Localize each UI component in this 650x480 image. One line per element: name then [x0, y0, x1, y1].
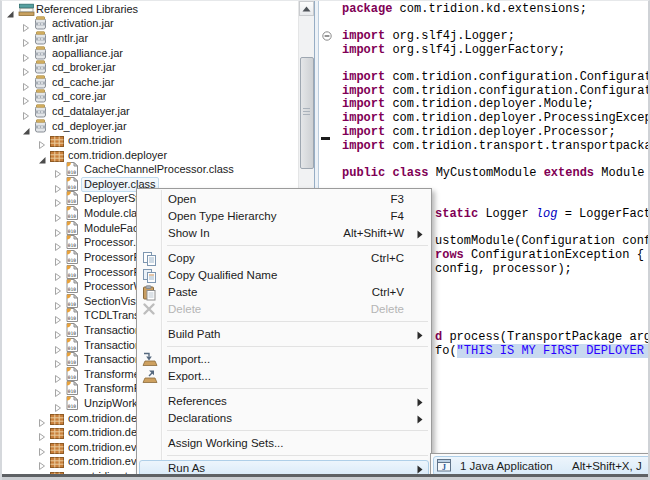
tree-collapsed-arrow-icon[interactable]: [54, 341, 63, 351]
menu-item-label: 1 Java Application: [460, 460, 553, 472]
tree-expanded-arrow-icon[interactable]: [38, 151, 47, 161]
fold-minus-icon[interactable]: [322, 27, 332, 45]
tree-collapsed-arrow-icon[interactable]: [54, 180, 63, 190]
tree-collapsed-arrow-icon[interactable]: [22, 49, 31, 59]
tree-item-label: activation.jar: [52, 17, 114, 30]
tree-collapsed-arrow-icon[interactable]: [22, 92, 31, 102]
tree-collapsed-arrow-icon[interactable]: [54, 399, 63, 409]
code-line: import org.slf4j.Logger;: [342, 29, 515, 43]
jar-icon: [34, 89, 51, 103]
tree-collapsed-arrow-icon[interactable]: [54, 194, 63, 204]
menu-item-show-in[interactable]: Show InAlt+Shift+W: [138, 225, 430, 242]
tree-collapsed-arrow-icon[interactable]: [38, 443, 47, 453]
tree-collapsed-arrow-icon[interactable]: [54, 370, 63, 380]
jar-icon: [34, 60, 51, 74]
tree-collapsed-arrow-icon[interactable]: [22, 34, 31, 44]
package-icon: [50, 411, 67, 425]
tree-collapsed-arrow-icon[interactable]: [54, 268, 63, 278]
menu-item-label: Delete: [168, 303, 201, 315]
tree-collapsed-arrow-icon[interactable]: [38, 457, 47, 467]
menu-item-assign-working-sets[interactable]: Assign Working Sets...: [138, 435, 430, 452]
tree-item[interactable]: cd_core.jar: [4, 89, 298, 104]
jar-icon: [34, 75, 51, 89]
code-text: ustomModule(Configuration config,: [435, 234, 650, 248]
menu-item-import[interactable]: Import...: [138, 351, 430, 368]
tree-collapsed-arrow-icon[interactable]: [54, 224, 63, 234]
tree-collapsed-arrow-icon[interactable]: [22, 107, 31, 117]
tree-collapsed-arrow-icon[interactable]: [54, 209, 63, 219]
tree-item[interactable]: 010CacheChannelProcessor.class: [4, 162, 298, 177]
menu-item-paste[interactable]: PasteCtrl+V: [138, 284, 430, 301]
tree-collapsed-arrow-icon[interactable]: [54, 165, 63, 175]
code-line: import com.tridion.configuration.Configu…: [342, 70, 650, 84]
library-icon: [18, 2, 35, 16]
tree-item[interactable]: antlr.jar: [4, 31, 298, 46]
tree-collapsed-arrow-icon[interactable]: [54, 253, 63, 263]
tree-collapsed-arrow-icon[interactable]: [22, 19, 31, 29]
tree-collapsed-arrow-icon[interactable]: [54, 355, 63, 365]
java-application-icon: J: [437, 459, 454, 474]
tree-item[interactable]: activation.jar: [4, 16, 298, 31]
tree-item[interactable]: com.tridion: [4, 133, 298, 148]
import-icon: [142, 352, 159, 367]
code-text: Module {: [594, 166, 650, 180]
menu-item-references[interactable]: References: [138, 393, 430, 410]
menu-item-declarations[interactable]: Declarations: [138, 410, 430, 427]
menu-item-export[interactable]: Export...: [138, 368, 430, 385]
tree-collapsed-arrow-icon[interactable]: [38, 428, 47, 438]
tree-collapsed-arrow-icon[interactable]: [38, 136, 47, 146]
tree-item[interactable]: com.tridion.deployer: [4, 148, 298, 163]
code-line: ustomModule(Configuration config,: [435, 234, 650, 248]
tree-item[interactable]: cd_cache.jar: [4, 75, 298, 90]
submenu-arrow-icon: [417, 414, 423, 423]
svg-text:010: 010: [68, 199, 77, 204]
tree-expanded-arrow-icon[interactable]: [6, 5, 15, 15]
string-literal: "THIS IS MY FIRST DEPLOYER EXTE: [457, 344, 650, 358]
tree-item[interactable]: aopalliance.jar: [4, 46, 298, 61]
tree-collapsed-arrow-icon[interactable]: [54, 311, 63, 321]
menu-item-label: Export...: [168, 370, 211, 382]
tree-item[interactable]: Referenced Libraries: [4, 2, 298, 17]
tree-item-label: com.tridion: [68, 134, 122, 147]
eclipse-window: Referenced Librariesactivation.jarantlr.…: [0, 0, 650, 480]
scrollbar-thumb[interactable]: [300, 57, 314, 169]
scrollbar-up-button[interactable]: [299, 1, 314, 16]
java-keyword: import: [342, 43, 385, 57]
code-text: process(TransportPackage arg0): [442, 330, 650, 344]
menu-item-open-type-hierarchy[interactable]: Open Type HierarchyF4: [138, 208, 430, 225]
svg-text:010: 010: [68, 258, 77, 263]
context-menu: OpenF3Open Type HierarchyF4Show InAlt+Sh…: [136, 188, 432, 478]
menu-item-open[interactable]: OpenF3: [138, 191, 430, 208]
tree-collapsed-arrow-icon[interactable]: [54, 384, 63, 394]
tree-item[interactable]: cd_deployer.jar: [4, 119, 298, 134]
tree-item-label: cd_cache.jar: [52, 76, 114, 89]
tree-expanded-arrow-icon[interactable]: [22, 122, 31, 132]
tree-collapsed-arrow-icon[interactable]: [38, 414, 47, 424]
code-text: config, processor);: [435, 262, 572, 276]
tree-item-label: com.tridion.depl: [68, 412, 146, 425]
tree-collapsed-arrow-icon[interactable]: [54, 297, 63, 307]
tree-collapsed-arrow-icon[interactable]: [54, 326, 63, 336]
code-line: import com.tridion.deployer.Module;: [342, 97, 594, 111]
tree-collapsed-arrow-icon[interactable]: [22, 63, 31, 73]
tree-collapsed-arrow-icon[interactable]: [22, 78, 31, 88]
copy-icon: [142, 251, 159, 266]
menu-item-build-path[interactable]: Build Path: [138, 326, 430, 343]
code-text: com.tridion.deployer.ProcessingException…: [385, 111, 650, 125]
jar-icon: [34, 104, 51, 118]
classfile-icon: 010: [66, 191, 83, 205]
menu-item-1-java-application[interactable]: J1 Java ApplicationAlt+Shift+X, J: [432, 456, 650, 476]
svg-text:010: 010: [68, 287, 77, 292]
tree-item-label: cd_core.jar: [52, 90, 106, 103]
menu-item-label: Import...: [168, 353, 210, 365]
java-keyword: import: [342, 84, 385, 98]
java-keyword: import: [342, 70, 385, 84]
tree-item[interactable]: cd_broker.jar: [4, 60, 298, 75]
tree-item[interactable]: cd_datalayer.jar: [4, 104, 298, 119]
code-line: import com.tridion.configuration.Configu…: [342, 84, 650, 98]
tree-collapsed-arrow-icon[interactable]: [54, 282, 63, 292]
tree-collapsed-arrow-icon[interactable]: [54, 238, 63, 248]
menu-item-copy-qualified-name[interactable]: Copy Qualified Name: [138, 267, 430, 284]
menu-item-copy[interactable]: CopyCtrl+C: [138, 250, 430, 267]
code-text: com.tridion.deployer.Module;: [385, 97, 594, 111]
